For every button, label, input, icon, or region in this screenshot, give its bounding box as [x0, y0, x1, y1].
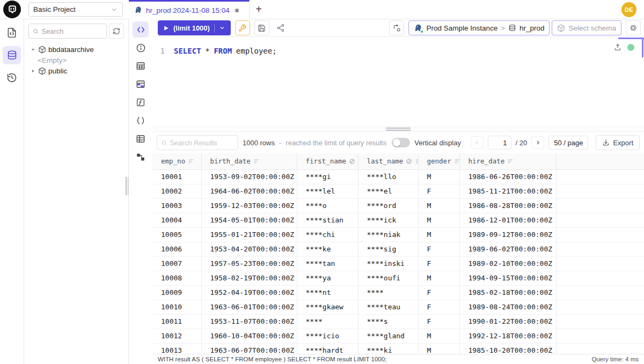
- table-cell[interactable]: 10010: [152, 300, 201, 314]
- table-cell[interactable]: ****ya: [297, 271, 358, 285]
- tree-item-bbdataarchive[interactable]: bbdataarchive: [24, 44, 128, 55]
- table-cell[interactable]: 1985-02-18T00:00:00Z: [459, 285, 556, 300]
- code-editor-icon[interactable]: [133, 21, 149, 38]
- table-cell[interactable]: ****hardt: [297, 343, 358, 354]
- upload-icon[interactable]: [614, 43, 621, 51]
- table-cell[interactable]: ****ki: [358, 343, 418, 354]
- table-cell[interactable]: 10008: [152, 271, 201, 285]
- database-icon[interactable]: [3, 46, 21, 64]
- table-cell[interactable]: ****ick: [358, 213, 418, 227]
- connection-switch-icon[interactable]: [389, 20, 404, 35]
- table-cell[interactable]: ****s: [358, 314, 418, 329]
- sidebar-search-input[interactable]: [28, 24, 107, 39]
- table-cell[interactable]: 1953-11-07T00:00:00Z: [201, 314, 297, 329]
- schema-selector[interactable]: Select schema: [552, 20, 621, 35]
- table-cell[interactable]: M: [418, 329, 459, 343]
- table-cell[interactable]: ****gkaew: [297, 300, 358, 314]
- table-cell[interactable]: 1955-01-21T00:00:00Z: [201, 227, 297, 242]
- new-tab-button[interactable]: +: [250, 0, 268, 19]
- table-cell[interactable]: 10002: [152, 184, 201, 198]
- table-cell[interactable]: ****o: [297, 198, 358, 213]
- table-cell[interactable]: 10009: [152, 285, 201, 300]
- panel-resize-handle[interactable]: [152, 127, 644, 132]
- table-cell[interactable]: 1986-12-01T00:00:00Z: [459, 213, 556, 227]
- table-cell[interactable]: F: [418, 256, 459, 271]
- table-cell[interactable]: 1960-10-04T00:00:00Z: [201, 329, 297, 343]
- info-icon[interactable]: [133, 40, 149, 56]
- table-cell[interactable]: 1963-06-01T00:00:00Z: [201, 300, 297, 314]
- export-button[interactable]: Export: [596, 135, 640, 150]
- table-cell[interactable]: 10013: [152, 343, 201, 354]
- column-header-hire_date[interactable]: hire_date: [459, 153, 556, 169]
- tree-item-public[interactable]: public: [24, 65, 128, 76]
- next-page-button[interactable]: [531, 136, 544, 149]
- table-cell[interactable]: 1958-02-19T00:00:00Z: [201, 271, 297, 285]
- table-cell[interactable]: ****sig: [358, 242, 418, 256]
- table-cell[interactable]: 10003: [152, 198, 201, 213]
- tab-hr-prod[interactable]: hr_prod 2024-11-08 15:04: [129, 0, 250, 19]
- table-cell[interactable]: 1959-12-03T00:00:00Z: [201, 198, 297, 213]
- table-cell[interactable]: F: [418, 300, 459, 314]
- table-cell[interactable]: M: [418, 271, 459, 285]
- table-cell[interactable]: 1985-10-20T00:00:00Z: [459, 343, 556, 354]
- table-cell[interactable]: M: [418, 169, 459, 184]
- editor-scrollbar-vertical[interactable]: [642, 39, 643, 57]
- column-header-birth_date[interactable]: birth_date: [201, 153, 297, 169]
- results-search-input[interactable]: [157, 135, 238, 150]
- sidebar-resize-handle[interactable]: [126, 177, 128, 195]
- ai-assistant-icon[interactable]: [626, 20, 641, 35]
- table-cell[interactable]: ****llo: [358, 169, 418, 184]
- table-cell[interactable]: ****: [297, 314, 358, 329]
- project-selector[interactable]: Basic Project: [28, 2, 123, 17]
- run-query-button[interactable]: (limit 1000): [158, 20, 231, 35]
- table-cell[interactable]: M: [418, 213, 459, 227]
- results-search-field[interactable]: [170, 139, 234, 147]
- editor-scrollbar-horizontal[interactable]: [618, 38, 644, 39]
- table-cell[interactable]: F: [418, 285, 459, 300]
- table-cell[interactable]: ****nt: [297, 285, 358, 300]
- worksheet-icon[interactable]: [3, 24, 21, 42]
- table-cell[interactable]: 10006: [152, 242, 201, 256]
- current-page-input[interactable]: [488, 136, 511, 150]
- table-cell[interactable]: 1957-05-23T00:00:00Z: [201, 256, 297, 271]
- table-cell[interactable]: ****inski: [358, 256, 418, 271]
- function-icon[interactable]: [133, 94, 149, 110]
- parentheses-icon[interactable]: [133, 113, 149, 129]
- table-cell[interactable]: 10004: [152, 213, 201, 227]
- table-cell[interactable]: 10001: [152, 169, 201, 184]
- sidebar-search-field[interactable]: [41, 27, 103, 35]
- table-cell[interactable]: ****oufi: [358, 271, 418, 285]
- wrench-icon[interactable]: [235, 20, 250, 35]
- table-cell[interactable]: M: [418, 227, 459, 242]
- code-line[interactable]: 1 SELECT * FROM employee;: [152, 46, 644, 57]
- table-cell[interactable]: ****gland: [358, 329, 418, 343]
- table-cell[interactable]: 10011: [152, 314, 201, 329]
- column-header-gender[interactable]: gender: [418, 153, 459, 169]
- previous-page-button[interactable]: [471, 136, 484, 149]
- table-cell[interactable]: 10007: [152, 256, 201, 271]
- data-table-colored-icon[interactable]: [133, 76, 149, 92]
- table-cell[interactable]: ****ord: [358, 198, 418, 213]
- table-cell[interactable]: 1952-04-19T00:00:00Z: [201, 285, 297, 300]
- table-cell[interactable]: 1989-02-10T00:00:00Z: [459, 256, 556, 271]
- table-cell[interactable]: 10005: [152, 227, 201, 242]
- table-cell[interactable]: 1989-08-24T00:00:00Z: [459, 300, 556, 314]
- table-cell[interactable]: ****chi: [297, 227, 358, 242]
- table-cell[interactable]: ****gi: [297, 169, 358, 184]
- table-cell[interactable]: ****stian: [297, 213, 358, 227]
- table-cell[interactable]: ****el: [358, 184, 418, 198]
- table-cell[interactable]: ****ke: [297, 242, 358, 256]
- table-cell[interactable]: 1985-11-21T00:00:00Z: [459, 184, 556, 198]
- avatar[interactable]: DE: [621, 2, 636, 17]
- table-cell[interactable]: ****tan: [297, 256, 358, 271]
- table-cell[interactable]: 1963-06-07T00:00:00Z: [201, 343, 297, 354]
- results-table-container[interactable]: emp_nobirth_datefirst_namelast_namegende…: [152, 153, 644, 354]
- sql-editor[interactable]: 1 SELECT * FROM employee;: [152, 36, 644, 127]
- table-cell[interactable]: ****teau: [358, 300, 418, 314]
- table-cell[interactable]: F: [418, 242, 459, 256]
- table-cell[interactable]: ****: [358, 285, 418, 300]
- table-cell[interactable]: 1986-06-26T00:00:00Z: [459, 169, 556, 184]
- table-cell[interactable]: 1954-05-01T00:00:00Z: [201, 213, 297, 227]
- table-cell[interactable]: M: [418, 198, 459, 213]
- table-icon[interactable]: [133, 58, 149, 74]
